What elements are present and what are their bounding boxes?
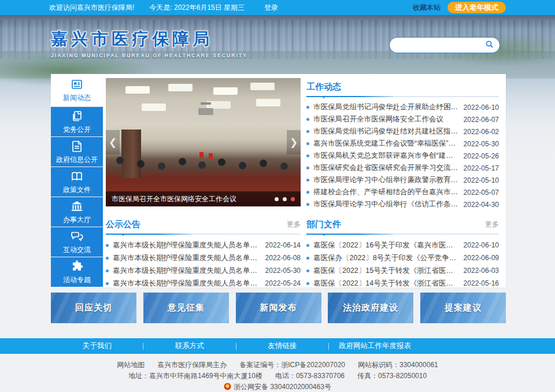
news-title[interactable]: 市医保局召开全市医保网络安全工作会议 <box>313 114 459 124</box>
footer-link-about[interactable]: 关于我们 <box>51 341 143 351</box>
sidebar-item-label: 办事大厅 <box>63 215 91 225</box>
list-item[interactable]: 嘉医保〔2022〕16号关于印发《嘉兴市医疗保...2022-06-10 <box>306 239 499 252</box>
tab-dept-files[interactable]: 部门文件 <box>306 215 341 234</box>
bullet-icon <box>306 154 309 157</box>
bullet-icon <box>106 257 109 260</box>
footer-link-contact[interactable]: 联系方式 <box>143 341 235 351</box>
bullet-icon <box>306 167 309 169</box>
banner-opinion-collection[interactable]: 意见征集 <box>143 293 229 323</box>
list-item[interactable]: 嘉兴市本级长期护理保险重度失能人员名单公示（2...2022-06-14 <box>106 239 301 252</box>
carousel-dots <box>275 197 295 201</box>
news-title[interactable]: 嘉医保〔2022〕16号关于印发《嘉兴市医疗保... <box>313 241 459 250</box>
news-title[interactable]: 市医保研究会赴省医保研究会开展学习交流活动 <box>313 163 459 173</box>
list-item[interactable]: 嘉兴市本级长期护理保险重度失能人员名单公示（2...2022-05-24 <box>106 277 301 290</box>
elder-mode-button[interactable]: 进入老年模式 <box>447 2 506 13</box>
banner-proposals[interactable]: 提案建议 <box>420 293 506 323</box>
footer-link-friend-links[interactable]: 友情链接 <box>236 341 328 351</box>
list-item[interactable]: 市医保局理论学习中心组举行《信访工作条例》专题...2022-04-30 <box>306 198 499 210</box>
sidebar-item-label: 政府信息公开 <box>56 155 98 165</box>
news-title[interactable]: 嘉医保〔2022〕14号关于转发《浙江省医疗保... <box>313 279 459 289</box>
chevron-left-icon[interactable]: ❮ <box>106 130 120 154</box>
list-item[interactable]: 嘉医保办〔2022〕8号关于印发《公平竞争审查...2022-06-09 <box>306 252 499 264</box>
more-link[interactable]: 更多 <box>287 220 301 230</box>
sidebar-item-party-affairs[interactable]: 党务公开 <box>51 107 103 136</box>
list-item[interactable]: 搭建校企合作、产学研相结合的平台嘉兴市长期护理...2022-05-07 <box>306 186 499 198</box>
list-item[interactable]: 市医保研究会赴省医保研究会开展学习交流活动2022-05-17 <box>306 162 499 174</box>
news-title[interactable]: 市医保局党组书记冯俊华赴企开展助企纾困活动 <box>313 102 459 112</box>
search-box[interactable] <box>389 37 500 53</box>
banner-label: 法治政府建设 <box>343 302 398 313</box>
news-title[interactable]: 搭建校企合作、产学研相结合的平台嘉兴市长期护理... <box>313 187 459 197</box>
news-title[interactable]: 嘉医保〔2022〕15号关于转发《浙江省医疗保... <box>313 266 459 276</box>
section-work-news: 工作动态 市医保局党组书记冯俊华赴企开展助企纾困活动2022-06-10 市医保… <box>306 77 499 210</box>
search-button[interactable] <box>485 40 494 50</box>
icp-number: 备案证编号：浙ICP备2022007020 <box>239 361 345 369</box>
bullet-icon <box>106 269 109 272</box>
address-text: 地址：嘉兴市中环南路1469号中南大厦10楼 <box>128 372 262 380</box>
news-carousel[interactable]: ❮ ❯ 市医保局召开全市医保网络安全工作会议 <box>106 78 301 206</box>
footer-nav: 关于我们 联系方式 友情链接 政府网站工作年度报表 <box>0 338 555 354</box>
news-date: 2022-05-16 <box>464 279 499 287</box>
tab-work-news[interactable]: 工作动态 <box>306 77 341 96</box>
news-title[interactable]: 嘉兴市本级长期护理保险重度失能人员名单公示（2... <box>113 241 261 250</box>
news-title[interactable]: 市医保局理论学习中心组举行《信访工作条例》专题... <box>313 199 459 209</box>
host-text: 嘉兴市医疗保障局主办 <box>157 361 227 369</box>
news-title[interactable]: 嘉兴市本级长期护理保险重度失能人员名单公示（2... <box>113 253 261 263</box>
fax-text: 传真：0573-82050010 <box>357 372 427 380</box>
sidebar-item-policy-files[interactable]: 政策文件 <box>51 167 103 197</box>
search-input[interactable] <box>395 41 485 49</box>
sidebar-item-news[interactable]: 新闻动态 <box>51 74 103 106</box>
site-title: 嘉兴市医疗保障局 <box>51 28 247 51</box>
list-item[interactable]: 嘉兴市本级长期护理保险重度失能人员名单公示（2...2022-05-30 <box>106 264 301 277</box>
list-item[interactable]: 市医保局党组书记冯俊华赴结对共建社区指导全国文...2022-06-02 <box>306 125 499 138</box>
list-item[interactable]: 嘉医保〔2022〕15号关于转发《浙江省医疗保...2022-06-03 <box>306 264 499 277</box>
section-dept-files: 部门文件 更多 嘉医保〔2022〕16号关于印发《嘉兴市医疗保...2022-0… <box>306 215 499 290</box>
footer-link-annual-report[interactable]: 政府网站工作年度报表 <box>329 341 421 351</box>
list-item[interactable]: 嘉兴市本级长期护理保险重度失能人员名单公示（2...2022-06-08 <box>106 252 301 264</box>
sidebar-item-special-topics[interactable]: 活动专题 <box>51 257 103 287</box>
news-title[interactable]: 嘉医保办〔2022〕8号关于印发《公平竞争审查... <box>313 253 459 263</box>
bank-icon <box>70 199 84 213</box>
news-title[interactable]: 嘉兴市本级长期护理保险重度失能人员名单公示（2... <box>113 266 261 276</box>
list-item[interactable]: 市医保局党组书记冯俊华赴企开展助企纾困活动2022-06-10 <box>306 101 499 113</box>
list-item[interactable]: 市医保局召开全市医保网络安全工作会议2022-06-07 <box>306 113 499 125</box>
carousel-slide-meeting-photo[interactable] <box>106 78 301 206</box>
more-link[interactable]: 更多 <box>485 220 499 230</box>
list-item[interactable]: 嘉医保〔2022〕14号关于转发《浙江省医疗保...2022-05-16 <box>306 277 499 290</box>
list-item[interactable]: 嘉兴市医保系统党建工作会议暨“幸福医保”党建联...2022-05-30 <box>306 138 499 150</box>
news-title[interactable]: 市医保局党组书记冯俊华赴结对共建社区指导全国文... <box>313 127 459 136</box>
footer-line-3: 浙公网安备 33040202000463号 <box>0 382 555 392</box>
news-date: 2022-05-10 <box>464 176 499 184</box>
news-title[interactable]: 嘉兴市医保系统党建工作会议暨“幸福医保”党建联... <box>313 139 459 149</box>
list-item[interactable]: 市医保局理论学习中心组举行廉政警示教育专题学习...2022-05-10 <box>306 174 499 186</box>
list-item[interactable]: 市医保局机关党总支部获评嘉兴市争创“建设清廉机...2022-05-26 <box>306 150 499 162</box>
carousel-dot[interactable] <box>275 197 279 201</box>
sitemap-link[interactable]: 网站地图 <box>117 361 145 369</box>
section-notices: 公示公告 更多 嘉兴市本级长期护理保险重度失能人员名单公示（2...2022-0… <box>106 215 301 290</box>
carousel-caption[interactable]: 市医保局召开全市医保网络安全工作会议 <box>112 194 275 204</box>
chevron-right-icon[interactable]: ❯ <box>287 130 301 154</box>
bullet-icon <box>306 257 309 260</box>
banner-respond-concerns[interactable]: 回应关切 <box>51 293 136 323</box>
site-logo[interactable]: 嘉兴市医疗保障局 JIAXING MUNICIPAL BUREAU OF HEA… <box>51 28 247 58</box>
news-title[interactable]: 市医保局机关党总支部获评嘉兴市争创“建设清廉机... <box>313 151 459 161</box>
sidebar-item-service-hall[interactable]: 办事大厅 <box>51 197 103 227</box>
banner-law-government[interactable]: 法治政府建设 <box>328 293 413 323</box>
tab-notices[interactable]: 公示公告 <box>106 215 140 234</box>
sidebar-item-interaction[interactable]: 互动交流 <box>51 227 103 257</box>
news-title[interactable]: 市医保局理论学习中心组举行廉政警示教育专题学习... <box>313 175 459 185</box>
carousel-dot-active[interactable] <box>291 197 295 201</box>
news-title[interactable]: 嘉兴市本级长期护理保险重度失能人员名单公示（2... <box>113 279 261 289</box>
favorite-site-link[interactable]: 收藏本站 <box>413 3 441 13</box>
carousel-dot[interactable] <box>283 197 287 201</box>
sidebar-item-gov-info[interactable]: 政府信息公开 <box>51 137 103 167</box>
news-date: 2022-05-26 <box>464 152 499 160</box>
login-link[interactable]: 登录 <box>264 3 278 13</box>
news-date: 2022-06-14 <box>265 241 301 249</box>
slide-decoration <box>121 130 141 178</box>
security-record-link[interactable]: 浙公网安备 33040202000463号 <box>234 383 331 391</box>
sidebar-item-label: 新闻动态 <box>63 93 91 103</box>
bullet-icon <box>306 282 309 285</box>
welcome-text: 欢迎访问嘉兴市医疗保障局! <box>49 3 134 13</box>
banner-news-release[interactable]: 新闻发布 <box>236 293 321 323</box>
